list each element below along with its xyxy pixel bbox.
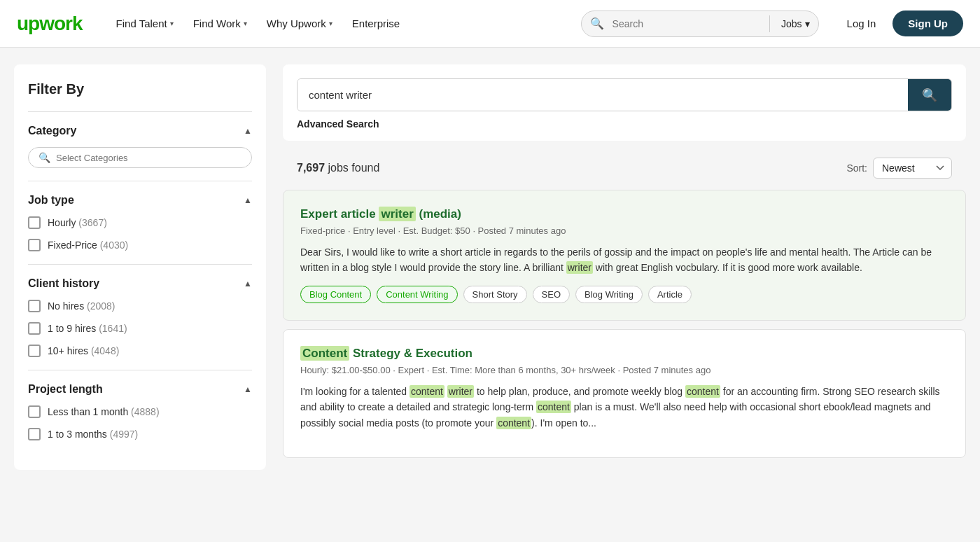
chevron-up-icon: ▲ [244,195,252,205]
main-search-button[interactable]: 🔍 [908,79,951,111]
client-history-section: Client history ▲ No hires (2008) 1 to 9 … [28,264,252,370]
nav-find-talent[interactable]: Find Talent ▾ [108,12,182,35]
job-title[interactable]: Content Strategy & Execution [300,347,948,361]
client-history-header[interactable]: Client history ▲ [28,277,252,290]
main-search-input[interactable] [298,79,908,111]
nav-links: Find Talent ▾ Find Work ▾ Why Upwork ▾ E… [108,12,567,35]
filter-by-title: Filter By [28,81,252,97]
results-count: 7,697 jobs found [297,162,379,174]
job-type-section: Job type ▲ Hourly (3667) Fixed-Price (40… [28,181,252,264]
job-description: I'm looking for a talented content write… [300,384,948,431]
sort-select[interactable]: Newest Relevance [873,158,952,179]
login-button[interactable]: Log In [839,12,885,35]
highlighted-keyword: content [496,417,531,429]
navbar: upwork Find Talent ▾ Find Work ▾ Why Upw… [0,0,980,48]
nav-find-work[interactable]: Find Work ▾ [185,12,255,35]
less-1month-checkbox[interactable] [28,405,41,418]
hourly-checkbox[interactable] [28,216,41,229]
no-hires-checkbox[interactable] [28,300,41,312]
10plus-hires-checkbox[interactable] [28,345,41,357]
search-type-dropdown[interactable]: Jobs ▾ [773,13,818,35]
1-9-hires-checkbox[interactable] [28,322,41,335]
main-layout: Filter By Category ▲ 🔍 Job type ▲ Hourly… [0,48,980,487]
nav-actions: Log In Sign Up [839,11,963,36]
highlighted-keyword: content [410,385,444,398]
highlighted-keyword: writer [379,207,415,221]
nav-why-upwork[interactable]: Why Upwork ▾ [258,12,341,35]
job-type-label: Job type [28,194,74,207]
chevron-up-icon: ▲ [244,384,252,394]
tag[interactable]: Article [648,286,692,303]
main-search-bar: 🔍 [297,78,952,111]
chevron-up-icon: ▲ [244,279,252,289]
signup-button[interactable]: Sign Up [892,11,963,36]
project-length-label: Project length [28,383,103,396]
client-history-1-9[interactable]: 1 to 9 hires (1641) [28,322,252,335]
highlighted-keyword: Content [300,346,349,361]
fixed-price-label: Fixed-Price (4030) [48,239,128,251]
1-9-hires-label: 1 to 9 hires (1641) [48,323,127,334]
nav-search-bar: 🔍 Jobs ▾ [581,11,819,37]
project-length-1month[interactable]: Less than 1 month (4888) [28,405,252,418]
tag[interactable]: Blog Writing [575,286,643,303]
project-length-section: Project length ▲ Less than 1 month (4888… [28,370,252,453]
highlighted-keyword: content [536,401,571,413]
job-description: Dear Sirs, I would like to write a short… [300,244,948,276]
job-meta: Fixed-price · Entry level · Est. Budget:… [300,225,948,236]
search-icon: 🔍 [38,152,50,163]
job-card: Expert article writer (media) Fixed-pric… [283,190,966,321]
no-hires-label: No hires (2008) [48,300,115,312]
nav-search-input[interactable] [612,11,766,36]
job-meta: Hourly: $21.00-$50.00 · Expert · Est. Ti… [300,365,948,375]
category-header[interactable]: Category ▲ [28,125,252,137]
advanced-search-link[interactable]: Advanced Search [297,118,952,130]
chevron-down-icon: ▾ [244,20,247,27]
highlighted-keyword: content [685,385,720,398]
project-length-header[interactable]: Project length ▲ [28,383,252,396]
content-area: 🔍 Advanced Search 7,697 jobs found Sort:… [283,64,966,470]
hourly-label: Hourly (3667) [48,217,107,228]
job-type-hourly[interactable]: Hourly (3667) [28,216,252,229]
chevron-down-icon: ▾ [329,20,332,27]
category-search-bar: 🔍 [28,147,252,168]
tag[interactable]: SEO [533,286,570,303]
job-type-header[interactable]: Job type ▲ [28,194,252,207]
chevron-down-icon: ▾ [170,20,174,27]
category-label: Category [28,125,76,137]
client-history-10plus[interactable]: 10+ hires (4048) [28,345,252,357]
fixed-price-checkbox[interactable] [28,239,41,251]
1-3months-checkbox[interactable] [28,428,41,440]
10plus-hires-label: 10+ hires (4048) [48,345,119,356]
job-type-fixed-price[interactable]: Fixed-Price (4030) [28,239,252,251]
less-1month-label: Less than 1 month (4888) [48,406,160,417]
job-card: Content Strategy & Execution Hourly: $21… [283,329,966,458]
chevron-down-icon: ▾ [805,18,810,29]
sort-row: Sort: Newest Relevance [846,158,952,179]
chevron-up-icon: ▲ [244,126,252,136]
job-title[interactable]: Expert article writer (media) [300,207,948,221]
sort-label: Sort: [846,162,867,174]
tag[interactable]: Content Writing [377,286,457,303]
results-header: 7,697 jobs found Sort: Newest Relevance [283,152,966,190]
search-divider [769,15,770,32]
highlighted-keyword: writer [566,261,593,274]
project-length-1-3months[interactable]: 1 to 3 months (4997) [28,428,252,440]
category-search-input[interactable] [56,153,241,163]
tag[interactable]: Blog Content [300,286,371,303]
client-history-label: Client history [28,277,99,290]
tag[interactable]: Short Story [463,286,527,303]
job-tags: Blog Content Content Writing Short Story… [300,286,948,303]
sidebar: Filter By Category ▲ 🔍 Job type ▲ Hourly… [14,64,266,470]
client-history-no-hires[interactable]: No hires (2008) [28,300,252,312]
search-icon: 🔍 [922,88,937,103]
highlighted-keyword: writer [447,385,474,398]
search-icon: 🔍 [582,17,612,30]
nav-enterprise[interactable]: Enterprise [344,12,408,35]
1-3months-label: 1 to 3 months (4997) [48,429,138,440]
category-section: Category ▲ 🔍 [28,111,252,181]
upwork-logo[interactable]: upwork [17,13,83,35]
search-bar-section: 🔍 Advanced Search [283,64,966,141]
